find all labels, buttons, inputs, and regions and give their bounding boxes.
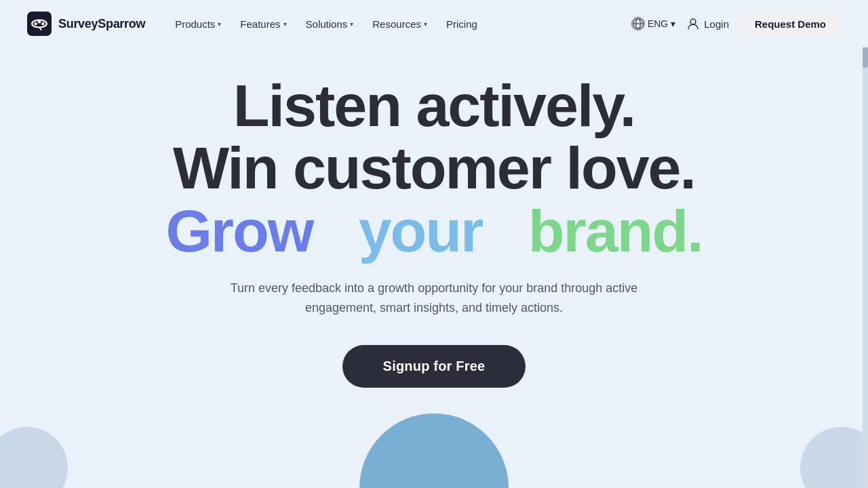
logo-icon — [27, 12, 52, 36]
hero-line3: Grow your brand. — [165, 200, 702, 262]
bottom-decorations — [0, 413, 868, 488]
hero-section: Listen actively. Win customer love. Grow… — [0, 47, 868, 388]
login-button[interactable]: Login — [686, 17, 729, 30]
hero-brand-word: brand. — [528, 197, 703, 264]
nav-products[interactable]: Products ▾ — [167, 13, 229, 35]
request-demo-button[interactable]: Request Demo — [740, 12, 841, 37]
hero-grow-word: Grow — [165, 197, 313, 264]
brand-name: SurveySparrow — [58, 17, 145, 31]
globe-icon — [631, 17, 645, 30]
chevron-down-icon: ▾ — [671, 18, 675, 29]
signup-button[interactable]: Signup for Free — [342, 345, 526, 388]
nav-left: SurveySparrow Products ▾ Features ▾ Solu… — [27, 12, 486, 36]
logo[interactable]: SurveySparrow — [27, 12, 145, 36]
decoration-circle-center — [359, 413, 509, 488]
nav-pricing[interactable]: Pricing — [438, 13, 486, 35]
nav-right: ENG ▾ Login Request Demo — [631, 12, 841, 37]
hero-subtitle: Turn every feedback into a growth opport… — [217, 279, 651, 318]
hero-line2: Win customer love. — [165, 137, 702, 199]
svg-point-3 — [41, 22, 45, 26]
chevron-down-icon: ▾ — [218, 20, 221, 28]
decoration-circle-left — [0, 427, 68, 488]
navbar: SurveySparrow Products ▾ Features ▾ Solu… — [0, 0, 868, 47]
chevron-down-icon: ▾ — [283, 20, 287, 28]
language-selector[interactable]: ENG ▾ — [631, 17, 675, 30]
svg-point-1 — [34, 22, 37, 26]
hero-your-word: your — [359, 197, 483, 264]
chevron-down-icon: ▾ — [350, 20, 353, 28]
nav-solutions[interactable]: Solutions ▾ — [298, 13, 362, 35]
user-icon — [686, 17, 700, 30]
nav-links: Products ▾ Features ▾ Solutions ▾ Resour… — [167, 13, 486, 35]
svg-point-2 — [38, 20, 41, 24]
hero-line1: Listen actively. — [165, 75, 702, 137]
decoration-circle-right — [800, 427, 868, 488]
svg-rect-0 — [27, 12, 52, 36]
nav-features[interactable]: Features ▾ — [232, 13, 294, 35]
hero-heading: Listen actively. Win customer love. Grow… — [165, 75, 702, 262]
chevron-down-icon: ▾ — [424, 20, 427, 28]
nav-resources[interactable]: Resources ▾ — [364, 13, 435, 35]
svg-point-7 — [690, 19, 696, 24]
scrollbar[interactable] — [863, 0, 868, 488]
